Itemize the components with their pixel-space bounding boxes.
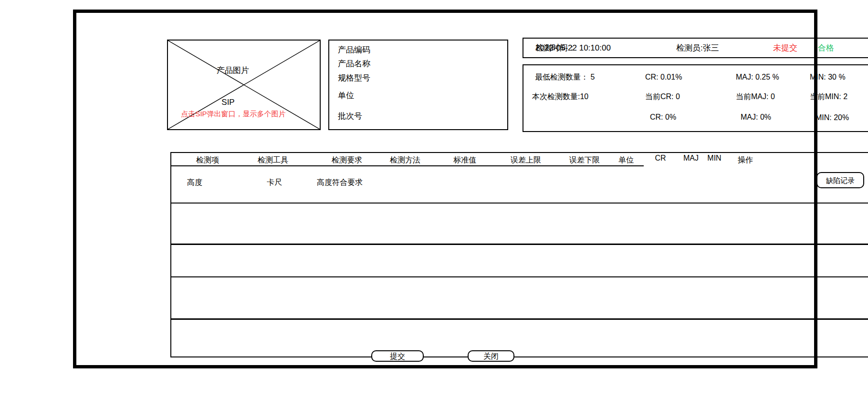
col-header-item: 检测项 xyxy=(177,155,239,165)
cr-rate: CR: 0% xyxy=(650,112,676,122)
col-header-method: 检测方法 xyxy=(374,155,436,165)
table-row-empty xyxy=(171,320,868,357)
close-button[interactable]: 关闭 xyxy=(468,350,514,362)
current-cr: 当前CR: 0 xyxy=(645,92,680,102)
cell-requirement: 高度符合要求 xyxy=(317,178,363,188)
inspector-name: 检测员:张三 xyxy=(676,39,719,57)
current-check-qty: 本次检测数量:10 xyxy=(532,92,588,102)
inspection-table: 检测项 检测工具 检测要求 检测方法 标准值 误差上限 误差下限 单位 CR M… xyxy=(170,152,868,357)
col-header-action: 操作 xyxy=(714,155,776,165)
field-spec-model: 规格型号 xyxy=(338,72,370,83)
status-unsubmitted: 未提交 xyxy=(773,39,797,57)
inspection-time-value: 2022-05-22 10:10:00 xyxy=(535,39,611,57)
submit-button[interactable]: 提交 xyxy=(371,350,424,362)
product-image-placeholder[interactable]: 产品图片 SIP 点击SIP弹出窗口，显示多个图片 xyxy=(167,40,321,130)
table-row-empty xyxy=(171,204,868,244)
maj-limit: MAJ: 0.25 % xyxy=(736,72,779,82)
col-header-tool: 检测工具 xyxy=(242,155,304,165)
min-limit: MIN: 30 % xyxy=(810,72,846,82)
product-info-panel: 产品编码 产品名称 规格型号 单位 批次号 xyxy=(328,40,508,130)
inspection-window: 产品图片 SIP 点击SIP弹出窗口，显示多个图片 产品编码 产品名称 规格型号… xyxy=(0,0,868,397)
header-divider xyxy=(171,165,644,166)
min-check-qty: 最低检测数量： 5 xyxy=(535,72,595,82)
table-row-empty xyxy=(171,277,868,318)
sip-note: 点击SIP弹出窗口，显示多个图片 xyxy=(168,110,299,119)
table-row-empty xyxy=(171,245,868,276)
field-batch-number: 批次号 xyxy=(338,111,362,121)
current-maj: 当前MAJ: 0 xyxy=(736,92,775,102)
current-min: 当前MIN: 2 xyxy=(810,92,847,102)
col-header-standard: 标准值 xyxy=(434,155,496,165)
window-frame: 产品图片 SIP 点击SIP弹出窗口，显示多个图片 产品编码 产品名称 规格型号… xyxy=(73,10,817,368)
inspection-header-bar: 检测时间：2022-05-22 10:10:00 检测员:张三 未提交 合格 xyxy=(523,38,868,58)
sip-link[interactable]: SIP xyxy=(168,98,288,107)
maj-rate: MAJ: 0% xyxy=(741,112,771,122)
defect-record-button[interactable]: 缺陷记录 xyxy=(816,172,864,188)
field-unit: 单位 xyxy=(338,90,354,101)
status-qualified: 合格 xyxy=(818,39,834,57)
field-product-code: 产品编码 xyxy=(338,44,370,55)
product-image-label: 产品图片 xyxy=(168,65,298,76)
col-header-cr: CR xyxy=(646,154,675,163)
min-rate: MIN: 20% xyxy=(816,113,849,122)
field-product-name: 产品名称 xyxy=(338,58,370,69)
cr-limit: CR: 0.01% xyxy=(645,72,682,82)
metrics-panel: 最低检测数量： 5 CR: 0.01% MAJ: 0.25 % MIN: 30 … xyxy=(523,64,868,132)
cell-item: 高度 xyxy=(187,178,202,188)
cell-tool: 卡尺 xyxy=(267,178,282,188)
col-header-requirement: 检测要求 xyxy=(316,155,378,165)
col-header-upper-limit: 误差上限 xyxy=(495,155,557,165)
